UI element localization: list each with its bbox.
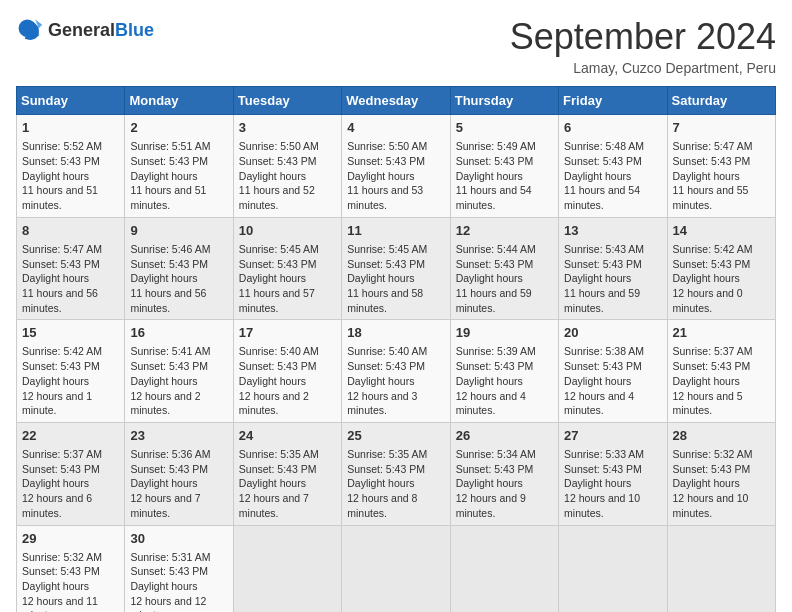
table-row: 13Sunrise: 5:43 AMSunset: 5:43 PMDayligh… xyxy=(559,217,667,320)
day-number: 29 xyxy=(22,530,119,548)
calendar-week-row: 29Sunrise: 5:32 AMSunset: 5:43 PMDayligh… xyxy=(17,525,776,612)
table-row: 22Sunrise: 5:37 AMSunset: 5:43 PMDayligh… xyxy=(17,422,125,525)
header-sunday: Sunday xyxy=(17,87,125,115)
table-row xyxy=(233,525,341,612)
page-header: GeneralBlue September 2024 Lamay, Cuzco … xyxy=(16,16,776,76)
logo: GeneralBlue xyxy=(16,16,154,44)
day-number: 20 xyxy=(564,324,661,342)
day-info: Sunrise: 5:37 AMSunset: 5:43 PMDaylight … xyxy=(673,344,770,417)
day-info: Sunrise: 5:35 AMSunset: 5:43 PMDaylight … xyxy=(347,447,444,520)
day-number: 15 xyxy=(22,324,119,342)
table-row: 29Sunrise: 5:32 AMSunset: 5:43 PMDayligh… xyxy=(17,525,125,612)
day-info: Sunrise: 5:36 AMSunset: 5:43 PMDaylight … xyxy=(130,447,227,520)
day-number: 12 xyxy=(456,222,553,240)
calendar-week-row: 15Sunrise: 5:42 AMSunset: 5:43 PMDayligh… xyxy=(17,320,776,423)
table-row: 27Sunrise: 5:33 AMSunset: 5:43 PMDayligh… xyxy=(559,422,667,525)
day-info: Sunrise: 5:35 AMSunset: 5:43 PMDaylight … xyxy=(239,447,336,520)
day-number: 25 xyxy=(347,427,444,445)
day-number: 6 xyxy=(564,119,661,137)
table-row: 16Sunrise: 5:41 AMSunset: 5:43 PMDayligh… xyxy=(125,320,233,423)
day-number: 26 xyxy=(456,427,553,445)
day-number: 4 xyxy=(347,119,444,137)
day-info: Sunrise: 5:39 AMSunset: 5:43 PMDaylight … xyxy=(456,344,553,417)
day-info: Sunrise: 5:46 AMSunset: 5:43 PMDaylight … xyxy=(130,242,227,315)
day-info: Sunrise: 5:40 AMSunset: 5:43 PMDaylight … xyxy=(347,344,444,417)
day-number: 28 xyxy=(673,427,770,445)
calendar-table: Sunday Monday Tuesday Wednesday Thursday… xyxy=(16,86,776,612)
day-info: Sunrise: 5:44 AMSunset: 5:43 PMDaylight … xyxy=(456,242,553,315)
day-number: 16 xyxy=(130,324,227,342)
calendar-week-row: 1Sunrise: 5:52 AMSunset: 5:43 PMDaylight… xyxy=(17,115,776,218)
table-row xyxy=(667,525,775,612)
day-info: Sunrise: 5:33 AMSunset: 5:43 PMDaylight … xyxy=(564,447,661,520)
table-row: 17Sunrise: 5:40 AMSunset: 5:43 PMDayligh… xyxy=(233,320,341,423)
day-info: Sunrise: 5:48 AMSunset: 5:43 PMDaylight … xyxy=(564,139,661,212)
day-number: 3 xyxy=(239,119,336,137)
day-number: 11 xyxy=(347,222,444,240)
day-info: Sunrise: 5:50 AMSunset: 5:43 PMDaylight … xyxy=(239,139,336,212)
location-subtitle: Lamay, Cuzco Department, Peru xyxy=(510,60,776,76)
table-row xyxy=(342,525,450,612)
day-number: 7 xyxy=(673,119,770,137)
table-row: 6Sunrise: 5:48 AMSunset: 5:43 PMDaylight… xyxy=(559,115,667,218)
table-row xyxy=(450,525,558,612)
table-row: 12Sunrise: 5:44 AMSunset: 5:43 PMDayligh… xyxy=(450,217,558,320)
header-wednesday: Wednesday xyxy=(342,87,450,115)
day-info: Sunrise: 5:34 AMSunset: 5:43 PMDaylight … xyxy=(456,447,553,520)
day-number: 17 xyxy=(239,324,336,342)
day-info: Sunrise: 5:42 AMSunset: 5:43 PMDaylight … xyxy=(673,242,770,315)
day-number: 30 xyxy=(130,530,227,548)
header-saturday: Saturday xyxy=(667,87,775,115)
day-number: 10 xyxy=(239,222,336,240)
day-info: Sunrise: 5:45 AMSunset: 5:43 PMDaylight … xyxy=(347,242,444,315)
day-info: Sunrise: 5:37 AMSunset: 5:43 PMDaylight … xyxy=(22,447,119,520)
table-row: 9Sunrise: 5:46 AMSunset: 5:43 PMDaylight… xyxy=(125,217,233,320)
day-number: 22 xyxy=(22,427,119,445)
table-row: 28Sunrise: 5:32 AMSunset: 5:43 PMDayligh… xyxy=(667,422,775,525)
logo-blue: Blue xyxy=(115,20,154,40)
table-row: 2Sunrise: 5:51 AMSunset: 5:43 PMDaylight… xyxy=(125,115,233,218)
header-monday: Monday xyxy=(125,87,233,115)
table-row: 8Sunrise: 5:47 AMSunset: 5:43 PMDaylight… xyxy=(17,217,125,320)
day-info: Sunrise: 5:32 AMSunset: 5:43 PMDaylight … xyxy=(673,447,770,520)
calendar-week-row: 8Sunrise: 5:47 AMSunset: 5:43 PMDaylight… xyxy=(17,217,776,320)
day-number: 19 xyxy=(456,324,553,342)
title-block: September 2024 Lamay, Cuzco Department, … xyxy=(510,16,776,76)
table-row: 30Sunrise: 5:31 AMSunset: 5:43 PMDayligh… xyxy=(125,525,233,612)
day-info: Sunrise: 5:51 AMSunset: 5:43 PMDaylight … xyxy=(130,139,227,212)
day-number: 27 xyxy=(564,427,661,445)
table-row: 11Sunrise: 5:45 AMSunset: 5:43 PMDayligh… xyxy=(342,217,450,320)
day-number: 9 xyxy=(130,222,227,240)
day-number: 8 xyxy=(22,222,119,240)
table-row: 4Sunrise: 5:50 AMSunset: 5:43 PMDaylight… xyxy=(342,115,450,218)
day-number: 23 xyxy=(130,427,227,445)
day-number: 13 xyxy=(564,222,661,240)
day-info: Sunrise: 5:41 AMSunset: 5:43 PMDaylight … xyxy=(130,344,227,417)
day-info: Sunrise: 5:40 AMSunset: 5:43 PMDaylight … xyxy=(239,344,336,417)
logo-general: General xyxy=(48,20,115,40)
day-info: Sunrise: 5:45 AMSunset: 5:43 PMDaylight … xyxy=(239,242,336,315)
day-info: Sunrise: 5:49 AMSunset: 5:43 PMDaylight … xyxy=(456,139,553,212)
table-row: 18Sunrise: 5:40 AMSunset: 5:43 PMDayligh… xyxy=(342,320,450,423)
day-number: 5 xyxy=(456,119,553,137)
table-row: 5Sunrise: 5:49 AMSunset: 5:43 PMDaylight… xyxy=(450,115,558,218)
calendar-header-row: Sunday Monday Tuesday Wednesday Thursday… xyxy=(17,87,776,115)
table-row: 20Sunrise: 5:38 AMSunset: 5:43 PMDayligh… xyxy=(559,320,667,423)
table-row: 23Sunrise: 5:36 AMSunset: 5:43 PMDayligh… xyxy=(125,422,233,525)
header-thursday: Thursday xyxy=(450,87,558,115)
table-row: 15Sunrise: 5:42 AMSunset: 5:43 PMDayligh… xyxy=(17,320,125,423)
day-info: Sunrise: 5:52 AMSunset: 5:43 PMDaylight … xyxy=(22,139,119,212)
calendar-week-row: 22Sunrise: 5:37 AMSunset: 5:43 PMDayligh… xyxy=(17,422,776,525)
header-tuesday: Tuesday xyxy=(233,87,341,115)
day-info: Sunrise: 5:38 AMSunset: 5:43 PMDaylight … xyxy=(564,344,661,417)
table-row: 1Sunrise: 5:52 AMSunset: 5:43 PMDaylight… xyxy=(17,115,125,218)
logo-text: GeneralBlue xyxy=(48,20,154,41)
day-info: Sunrise: 5:47 AMSunset: 5:43 PMDaylight … xyxy=(673,139,770,212)
day-number: 14 xyxy=(673,222,770,240)
table-row xyxy=(559,525,667,612)
table-row: 25Sunrise: 5:35 AMSunset: 5:43 PMDayligh… xyxy=(342,422,450,525)
logo-icon xyxy=(16,16,44,44)
day-info: Sunrise: 5:42 AMSunset: 5:43 PMDaylight … xyxy=(22,344,119,417)
day-info: Sunrise: 5:47 AMSunset: 5:43 PMDaylight … xyxy=(22,242,119,315)
header-friday: Friday xyxy=(559,87,667,115)
